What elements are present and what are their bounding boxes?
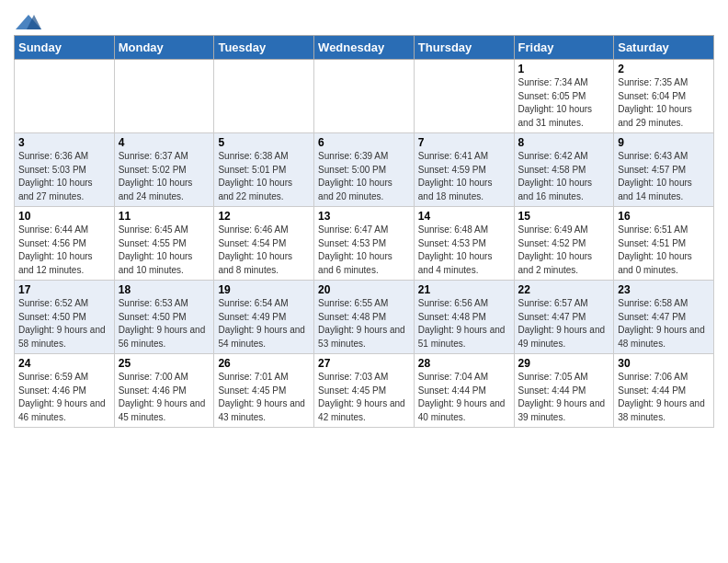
day-info: Sunrise: 6:39 AM Sunset: 5:00 PM Dayligh…: [318, 150, 410, 203]
calendar-cell: 10Sunrise: 6:44 AM Sunset: 4:56 PM Dayli…: [15, 207, 115, 281]
day-number: 2: [618, 63, 710, 75]
calendar-cell: 28Sunrise: 7:04 AM Sunset: 4:44 PM Dayli…: [414, 354, 514, 428]
calendar-cell: 2Sunrise: 7:35 AM Sunset: 6:04 PM Daylig…: [614, 60, 714, 133]
col-header-friday: Friday: [514, 36, 614, 60]
day-info: Sunrise: 6:45 AM Sunset: 4:55 PM Dayligh…: [119, 224, 210, 277]
calendar-week-row: 24Sunrise: 6:59 AM Sunset: 4:46 PM Dayli…: [15, 354, 714, 428]
day-number: 4: [119, 136, 210, 149]
calendar-cell: 21Sunrise: 6:56 AM Sunset: 4:48 PM Dayli…: [414, 281, 514, 354]
day-number: 25: [119, 357, 210, 370]
day-info: Sunrise: 6:38 AM Sunset: 5:01 PM Dayligh…: [218, 150, 310, 203]
calendar-cell: [114, 60, 214, 133]
day-info: Sunrise: 6:43 AM Sunset: 4:57 PM Dayligh…: [618, 150, 710, 203]
day-number: 5: [218, 136, 310, 149]
day-number: 1: [518, 63, 610, 75]
day-number: 26: [218, 357, 310, 370]
day-info: Sunrise: 6:51 AM Sunset: 4:51 PM Dayligh…: [618, 224, 710, 277]
calendar-table: SundayMondayTuesdayWednesdayThursdayFrid…: [14, 35, 714, 428]
day-info: Sunrise: 7:01 AM Sunset: 4:45 PM Dayligh…: [218, 371, 310, 424]
calendar-cell: 13Sunrise: 6:47 AM Sunset: 4:53 PM Dayli…: [314, 207, 415, 281]
col-header-saturday: Saturday: [614, 36, 714, 60]
day-number: 19: [218, 283, 310, 296]
day-number: 20: [318, 283, 410, 296]
day-number: 13: [318, 210, 410, 223]
calendar-cell: 16Sunrise: 6:51 AM Sunset: 4:51 PM Dayli…: [614, 207, 714, 281]
day-number: 9: [618, 136, 710, 149]
calendar-cell: 7Sunrise: 6:41 AM Sunset: 4:59 PM Daylig…: [414, 133, 514, 207]
calendar-week-row: 10Sunrise: 6:44 AM Sunset: 4:56 PM Dayli…: [15, 207, 714, 281]
day-number: 29: [518, 357, 610, 370]
calendar-week-row: 17Sunrise: 6:52 AM Sunset: 4:50 PM Dayli…: [15, 281, 714, 354]
day-number: 22: [518, 283, 610, 296]
calendar-cell: 20Sunrise: 6:55 AM Sunset: 4:48 PM Dayli…: [314, 281, 415, 354]
day-number: 17: [18, 283, 110, 296]
day-number: 10: [18, 210, 110, 223]
calendar-cell: 30Sunrise: 7:06 AM Sunset: 4:44 PM Dayli…: [614, 354, 714, 428]
day-info: Sunrise: 7:06 AM Sunset: 4:44 PM Dayligh…: [618, 371, 710, 424]
calendar-cell: 18Sunrise: 6:53 AM Sunset: 4:50 PM Dayli…: [114, 281, 214, 354]
day-number: 23: [618, 283, 710, 296]
day-info: Sunrise: 6:52 AM Sunset: 4:50 PM Dayligh…: [18, 297, 110, 350]
day-info: Sunrise: 6:44 AM Sunset: 4:56 PM Dayligh…: [18, 224, 110, 277]
day-number: 21: [418, 283, 510, 296]
calendar-cell: 5Sunrise: 6:38 AM Sunset: 5:01 PM Daylig…: [214, 133, 314, 207]
day-info: Sunrise: 6:36 AM Sunset: 5:03 PM Dayligh…: [18, 150, 110, 203]
day-number: 12: [218, 210, 310, 223]
calendar-cell: 14Sunrise: 6:48 AM Sunset: 4:53 PM Dayli…: [414, 207, 514, 281]
calendar-cell: [414, 60, 514, 133]
calendar-cell: [214, 60, 314, 133]
day-info: Sunrise: 6:37 AM Sunset: 5:02 PM Dayligh…: [119, 150, 210, 203]
day-info: Sunrise: 6:46 AM Sunset: 4:54 PM Dayligh…: [218, 224, 310, 277]
day-info: Sunrise: 6:53 AM Sunset: 4:50 PM Dayligh…: [119, 297, 210, 350]
day-info: Sunrise: 6:42 AM Sunset: 4:58 PM Dayligh…: [518, 150, 610, 203]
day-number: 14: [418, 210, 510, 223]
calendar-cell: 8Sunrise: 6:42 AM Sunset: 4:58 PM Daylig…: [514, 133, 614, 207]
day-number: 24: [18, 357, 110, 370]
day-info: Sunrise: 6:41 AM Sunset: 4:59 PM Dayligh…: [418, 150, 510, 203]
day-info: Sunrise: 6:55 AM Sunset: 4:48 PM Dayligh…: [318, 297, 410, 350]
calendar-week-row: 3Sunrise: 6:36 AM Sunset: 5:03 PM Daylig…: [15, 133, 714, 207]
calendar-cell: 9Sunrise: 6:43 AM Sunset: 4:57 PM Daylig…: [614, 133, 714, 207]
day-number: 15: [518, 210, 610, 223]
col-header-wednesday: Wednesday: [314, 36, 415, 60]
calendar-cell: 24Sunrise: 6:59 AM Sunset: 4:46 PM Dayli…: [15, 354, 115, 428]
page-container: SundayMondayTuesdayWednesdayThursdayFrid…: [0, 0, 728, 437]
col-header-thursday: Thursday: [414, 36, 514, 60]
day-info: Sunrise: 6:59 AM Sunset: 4:46 PM Dayligh…: [18, 371, 110, 424]
day-number: 28: [418, 357, 510, 370]
calendar-cell: 6Sunrise: 6:39 AM Sunset: 5:00 PM Daylig…: [314, 133, 415, 207]
logo-icon: [16, 13, 41, 31]
col-header-tuesday: Tuesday: [214, 36, 314, 60]
calendar-cell: 1Sunrise: 7:34 AM Sunset: 6:05 PM Daylig…: [514, 60, 614, 133]
calendar-cell: 26Sunrise: 7:01 AM Sunset: 4:45 PM Dayli…: [214, 354, 314, 428]
day-info: Sunrise: 7:34 AM Sunset: 6:05 PM Dayligh…: [518, 76, 610, 130]
calendar-cell: 29Sunrise: 7:05 AM Sunset: 4:44 PM Dayli…: [514, 354, 614, 428]
day-info: Sunrise: 7:35 AM Sunset: 6:04 PM Dayligh…: [618, 76, 710, 130]
day-number: 3: [18, 136, 110, 149]
calendar-cell: 22Sunrise: 6:57 AM Sunset: 4:47 PM Dayli…: [514, 281, 614, 354]
day-number: 6: [318, 136, 410, 149]
day-number: 27: [318, 357, 410, 370]
day-number: 30: [618, 357, 710, 370]
day-number: 8: [518, 136, 610, 149]
day-info: Sunrise: 7:05 AM Sunset: 4:44 PM Dayligh…: [518, 371, 610, 424]
day-info: Sunrise: 6:54 AM Sunset: 4:49 PM Dayligh…: [218, 297, 310, 350]
calendar-cell: [314, 60, 415, 133]
calendar-cell: 11Sunrise: 6:45 AM Sunset: 4:55 PM Dayli…: [114, 207, 214, 281]
col-header-sunday: Sunday: [15, 36, 115, 60]
day-info: Sunrise: 6:57 AM Sunset: 4:47 PM Dayligh…: [518, 297, 610, 350]
day-info: Sunrise: 6:47 AM Sunset: 4:53 PM Dayligh…: [318, 224, 410, 277]
col-header-monday: Monday: [114, 36, 214, 60]
calendar-cell: 27Sunrise: 7:03 AM Sunset: 4:45 PM Dayli…: [314, 354, 415, 428]
calendar-cell: 15Sunrise: 6:49 AM Sunset: 4:52 PM Dayli…: [514, 207, 614, 281]
calendar-cell: 12Sunrise: 6:46 AM Sunset: 4:54 PM Dayli…: [214, 207, 314, 281]
day-number: 16: [618, 210, 710, 223]
logo-text: [14, 13, 41, 31]
day-info: Sunrise: 7:03 AM Sunset: 4:45 PM Dayligh…: [318, 371, 410, 424]
calendar-cell: [15, 60, 115, 133]
day-number: 7: [418, 136, 510, 149]
day-info: Sunrise: 6:58 AM Sunset: 4:47 PM Dayligh…: [618, 297, 710, 350]
header-row: [14, 9, 714, 31]
day-number: 18: [119, 283, 210, 296]
calendar-week-row: 1Sunrise: 7:34 AM Sunset: 6:05 PM Daylig…: [15, 60, 714, 133]
